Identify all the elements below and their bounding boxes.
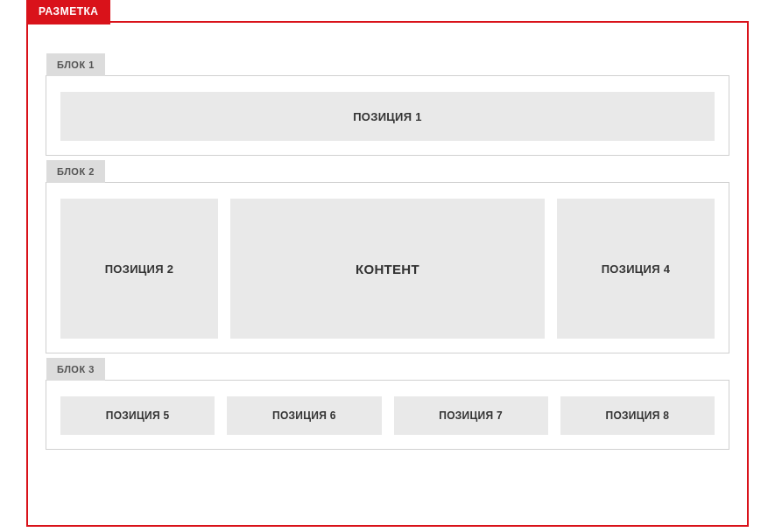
block-1: БЛОК 1 ПОЗИЦИЯ 1 — [46, 75, 729, 156]
main-tab-label: РАЗМЕТКА — [26, 0, 110, 24]
position-1: ПОЗИЦИЯ 1 — [60, 92, 715, 141]
block-3-label: БЛОК 3 — [46, 358, 105, 381]
position-4: ПОЗИЦИЯ 4 — [557, 199, 715, 339]
position-7: ПОЗИЦИЯ 7 — [394, 396, 548, 435]
position-8: ПОЗИЦИЯ 8 — [560, 396, 715, 435]
content-area: КОНТЕНТ — [230, 199, 545, 339]
block-2: БЛОК 2 ПОЗИЦИЯ 2 КОНТЕНТ ПОЗИЦИЯ 4 — [46, 182, 729, 354]
block-3: БЛОК 3 ПОЗИЦИЯ 5 ПОЗИЦИЯ 6 ПОЗИЦИЯ 7 ПОЗ… — [46, 380, 729, 450]
position-6: ПОЗИЦИЯ 6 — [227, 396, 381, 435]
position-2: ПОЗИЦИЯ 2 — [60, 199, 218, 339]
layout-diagram: РАЗМЕТКА БЛОК 1 ПОЗИЦИЯ 1 БЛОК 2 ПОЗИЦИЯ… — [26, 21, 749, 527]
block-1-label: БЛОК 1 — [46, 53, 105, 76]
block-2-label: БЛОК 2 — [46, 160, 105, 183]
position-5: ПОЗИЦИЯ 5 — [60, 396, 215, 435]
